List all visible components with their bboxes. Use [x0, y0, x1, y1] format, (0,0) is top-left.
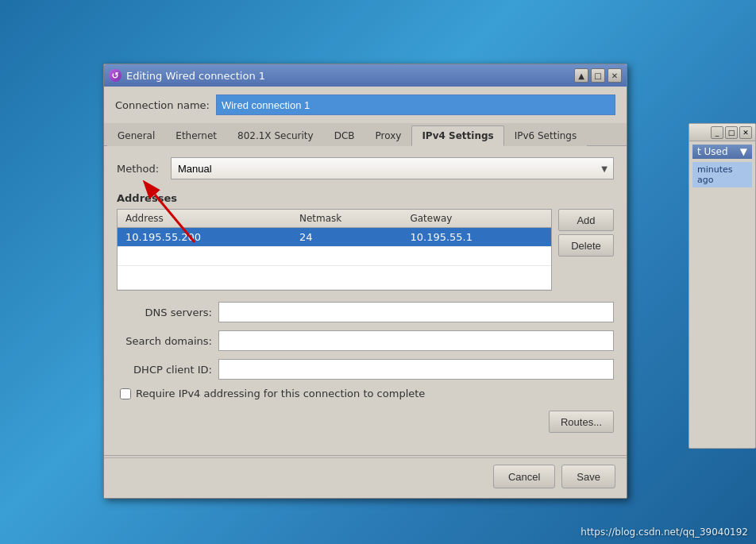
- address-table-buttons: Add Delete: [558, 209, 614, 291]
- dialog-controls: ▲ □ ✕: [574, 68, 622, 83]
- tab-ethernet[interactable]: Ethernet: [165, 125, 227, 146]
- tab-dcb[interactable]: DCB: [324, 125, 365, 146]
- tab-ipv4[interactable]: IPv4 Settings: [411, 125, 503, 146]
- footer-divider: [104, 455, 627, 456]
- delete-button[interactable]: Delete: [558, 234, 614, 257]
- checkbox-label: Require IPv4 addressing for this connect…: [136, 388, 425, 399]
- dns-row: DNS servers:: [117, 302, 614, 322]
- dns-input[interactable]: [218, 302, 614, 322]
- connection-name-row: Connection name:: [104, 87, 627, 123]
- dhcp-row: DHCP client ID:: [117, 359, 614, 380]
- cell-empty-2: [291, 247, 402, 266]
- cell-address: 10.195.55.200: [118, 228, 291, 247]
- dialog-footer: Cancel Save: [104, 457, 627, 498]
- dialog-titlebar: ↺ Editing Wired connection 1 ▲ □ ✕: [104, 64, 627, 87]
- cell-filler: [118, 266, 551, 290]
- table-row-empty[interactable]: [118, 247, 551, 266]
- tab-ipv6[interactable]: IPv6 Settings: [504, 125, 588, 146]
- background-panel: _ □ ✕ t Used ▼ minutes ago: [688, 123, 756, 449]
- connection-name-input[interactable]: [216, 95, 615, 115]
- cell-empty-3: [402, 247, 551, 266]
- bg-close-btn[interactable]: ✕: [739, 126, 752, 139]
- dialog-icon: ↺: [109, 69, 122, 82]
- dialog-maximize-btn[interactable]: □: [591, 68, 605, 83]
- dhcp-label: DHCP client ID:: [117, 364, 212, 376]
- cell-gateway: 10.195.55.1: [402, 228, 551, 247]
- dhcp-input[interactable]: [218, 359, 614, 380]
- used-dropdown-icon[interactable]: ▼: [740, 146, 747, 157]
- tab-security[interactable]: 802.1X Security: [227, 125, 324, 146]
- bg-minimize-btn[interactable]: _: [711, 126, 723, 139]
- dns-label: DNS servers:: [117, 307, 212, 318]
- require-ipv4-checkbox[interactable]: [120, 388, 131, 399]
- connection-name-label: Connection name:: [115, 99, 210, 111]
- table-row-empty2: [118, 266, 551, 290]
- addresses-heading: Addresses: [117, 192, 614, 204]
- dialog-title-left: ↺ Editing Wired connection 1: [109, 69, 265, 82]
- cancel-button[interactable]: Cancel: [493, 465, 555, 488]
- checkbox-row: Require IPv4 addressing for this connect…: [117, 388, 614, 399]
- method-row: Method: Automatic (DHCP) Manual Link-Loc…: [117, 157, 614, 179]
- address-table: Address Netmask Gateway 10.195.55.200 24…: [118, 210, 551, 290]
- address-table-wrapper: Address Netmask Gateway 10.195.55.200 24…: [117, 209, 552, 291]
- method-select[interactable]: Automatic (DHCP) Manual Link-Local Only …: [171, 157, 614, 179]
- bg-maximize-btn[interactable]: □: [725, 126, 738, 139]
- bg-panel-titlebar: _ □ ✕: [689, 124, 755, 141]
- url-bar: https://blog.csdn.net/qq_39040192: [580, 527, 748, 538]
- col-gateway: Gateway: [402, 210, 551, 228]
- dialog-title: Editing Wired connection 1: [126, 70, 265, 82]
- dialog-minimize-btn[interactable]: ▲: [574, 68, 588, 83]
- search-input[interactable]: [218, 330, 614, 351]
- search-row: Search domains:: [117, 330, 614, 351]
- col-netmask: Netmask: [291, 210, 402, 228]
- tabs-row: General Ethernet 802.1X Security DCB Pro…: [104, 123, 627, 146]
- bg-panel-content: t Used ▼ minutes ago: [689, 141, 755, 192]
- editing-dialog: ↺ Editing Wired connection 1 ▲ □ ✕ Conne…: [103, 64, 627, 499]
- tab-proxy[interactable]: Proxy: [365, 125, 412, 146]
- tab-general[interactable]: General: [107, 125, 165, 146]
- dialog-icon-symbol: ↺: [111, 71, 118, 81]
- col-address: Address: [118, 210, 291, 228]
- bg-item: minutes ago: [692, 162, 752, 187]
- table-row[interactable]: 10.195.55.200 24 10.195.55.1: [118, 228, 551, 247]
- cell-empty-1: [118, 247, 291, 266]
- method-select-wrapper: Automatic (DHCP) Manual Link-Local Only …: [171, 157, 614, 179]
- method-label: Method:: [117, 163, 164, 175]
- used-label: t Used: [697, 146, 728, 157]
- address-table-area: Address Netmask Gateway 10.195.55.200 24…: [117, 209, 614, 291]
- search-label: Search domains:: [117, 335, 212, 347]
- routes-button[interactable]: Routes...: [549, 411, 614, 433]
- routes-row: Routes...: [117, 411, 614, 433]
- ipv4-tab-content: Method: Automatic (DHCP) Manual Link-Loc…: [104, 146, 627, 455]
- used-header[interactable]: t Used ▼: [692, 145, 752, 159]
- cell-netmask: 24: [291, 228, 402, 247]
- dialog-close-btn[interactable]: ✕: [608, 68, 622, 83]
- add-button[interactable]: Add: [558, 209, 614, 231]
- save-button[interactable]: Save: [561, 465, 615, 488]
